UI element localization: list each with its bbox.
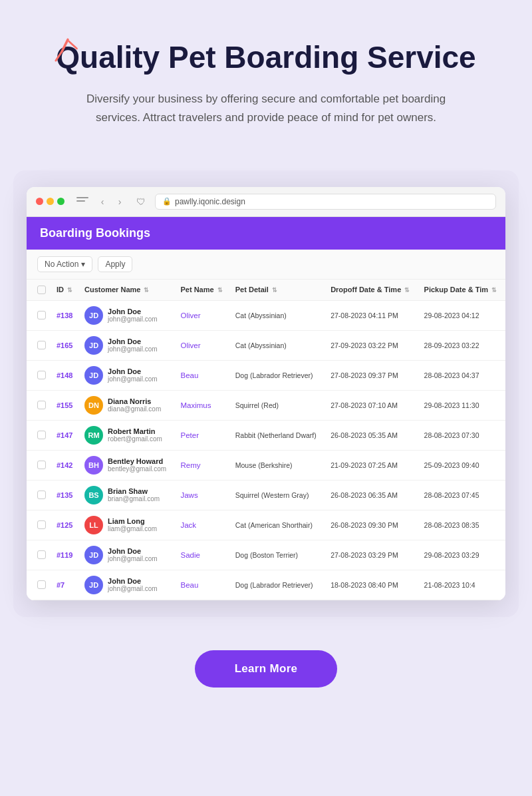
cell-pickup-date: 21-08-2023 10:4 <box>419 570 505 600</box>
cell-pickup-date: 25-09-2023 09:40 <box>419 450 505 480</box>
row-checkbox[interactable] <box>37 341 46 349</box>
close-dot[interactable] <box>36 198 43 205</box>
browser-dots <box>36 198 65 205</box>
row-checkbox[interactable] <box>37 431 46 439</box>
th-customer[interactable]: Customer Name ⇅ <box>79 280 175 301</box>
row-checkbox[interactable] <box>37 371 46 379</box>
svg-line-1 <box>56 52 62 61</box>
table-controls: No Action ▾ Apply <box>27 250 505 280</box>
cell-pickup-date: 28-08-2023 07:30 <box>419 420 505 450</box>
sort-icon: ⇅ <box>67 287 72 294</box>
back-arrow-icon[interactable]: ‹ <box>95 194 110 209</box>
table-row: #125 LL Liam Long liam@gmail.com Jack Ca… <box>27 510 505 540</box>
no-action-button[interactable]: No Action ▾ <box>37 256 92 272</box>
cell-checkbox <box>27 420 51 450</box>
cell-id: #147 <box>51 420 79 450</box>
header-section: Quality Pet Boarding Service Diversify y… <box>0 0 532 147</box>
customer-info: John Doe john@gmail.com <box>108 367 158 383</box>
pet-name-link[interactable]: Maximus <box>180 401 211 409</box>
cell-pet-detail: Dog (Boston Terrier) <box>230 540 325 570</box>
cell-pet-detail: Squirrel (Western Gray) <box>230 480 325 510</box>
booking-id-link[interactable]: #138 <box>57 311 72 319</box>
cell-pickup-date: 29-08-2023 03:29 <box>419 540 505 570</box>
cell-pet-name: Beau <box>175 570 229 600</box>
avatar: BS <box>84 486 103 504</box>
apply-button[interactable]: Apply <box>98 256 132 272</box>
booking-id-link[interactable]: #7 <box>57 581 65 589</box>
cell-checkbox <box>27 360 51 390</box>
pet-name-link[interactable]: Beau <box>180 371 198 379</box>
pet-name-link[interactable]: Sadie <box>180 551 200 559</box>
cell-pet-detail: Cat (Abyssinian) <box>230 330 325 360</box>
cell-customer: JD John Doe john@gmail.com <box>79 540 175 570</box>
row-checkbox[interactable] <box>37 550 46 559</box>
booking-id-link[interactable]: #148 <box>57 371 72 379</box>
browser-container: ‹ › 🛡 🔒 pawlly.iqonic.design Boarding Bo… <box>13 170 519 617</box>
customer-email: john@gmail.com <box>108 315 158 323</box>
cell-customer: DN Diana Norris diana@gmail.com <box>79 390 175 420</box>
table-row: #119 JD John Doe john@gmail.com Sadie Do… <box>27 540 505 570</box>
avatar: JD <box>84 546 103 564</box>
avatar: JD <box>84 576 103 594</box>
booking-id-link[interactable]: #147 <box>57 431 72 439</box>
booking-id-link[interactable]: #119 <box>57 551 72 559</box>
row-checkbox[interactable] <box>37 311 46 319</box>
customer-name: John Doe <box>108 577 158 585</box>
cell-dropoff-date: 27-08-2023 07:10 AM <box>325 390 418 420</box>
cell-pet-name: Oliver <box>175 300 229 330</box>
bookings-table: ID ⇅ Customer Name ⇅ Pet Name ⇅ Pet Deta… <box>27 280 505 600</box>
th-pet-detail[interactable]: Pet Detail ⇅ <box>230 280 325 301</box>
pet-name-link[interactable]: Peter <box>180 431 199 439</box>
learn-more-button[interactable]: Learn More <box>195 650 338 688</box>
customer-name: John Doe <box>108 547 158 555</box>
booking-id-link[interactable]: #125 <box>57 521 72 529</box>
pet-name-link[interactable]: Remy <box>180 461 200 469</box>
cell-id: #138 <box>51 300 79 330</box>
row-checkbox[interactable] <box>37 520 46 529</box>
pet-name-link[interactable]: Oliver <box>180 341 200 349</box>
sort-icon: ⇅ <box>404 287 410 294</box>
booking-id-link[interactable]: #135 <box>57 491 72 499</box>
cell-pet-name: Sadie <box>175 540 229 570</box>
th-id[interactable]: ID ⇅ <box>51 280 79 301</box>
cell-dropoff-date: 27-08-2023 09:37 PM <box>325 360 418 390</box>
th-dropoff[interactable]: Dropoff Date & Time ⇅ <box>325 280 418 301</box>
booking-id-link[interactable]: #155 <box>57 401 72 409</box>
pet-name-link[interactable]: Jack <box>180 521 196 529</box>
avatar: BH <box>84 456 103 475</box>
cell-pet-name: Jack <box>175 510 229 540</box>
customer-info: John Doe john@gmail.com <box>108 307 158 323</box>
maximize-dot[interactable] <box>57 198 65 205</box>
row-checkbox[interactable] <box>37 580 46 589</box>
cell-dropoff-date: 26-08-2023 06:35 AM <box>325 480 418 510</box>
row-checkbox[interactable] <box>37 461 46 469</box>
url-text: pawlly.iqonic.design <box>175 197 245 206</box>
th-pet-name[interactable]: Pet Name ⇅ <box>175 280 229 301</box>
cell-checkbox <box>27 330 51 360</box>
cell-checkbox <box>27 480 51 510</box>
cell-customer: BH Bentley Howard bentley@gmail.com <box>79 450 175 480</box>
header-checkbox[interactable] <box>37 286 46 294</box>
avatar: DN <box>84 396 103 415</box>
pet-name-link[interactable]: Beau <box>180 581 198 589</box>
th-pickup[interactable]: Pickup Date & Tim ⇅ <box>419 280 505 301</box>
customer-email: diana@gmail.com <box>108 405 161 413</box>
pet-name-link[interactable]: Oliver <box>180 311 200 319</box>
cell-dropoff-date: 27-09-2023 03:22 PM <box>325 330 418 360</box>
url-bar[interactable]: 🔒 pawlly.iqonic.design <box>155 194 496 210</box>
forward-arrow-icon[interactable]: › <box>112 194 127 209</box>
cell-id: #165 <box>51 330 79 360</box>
booking-id-link[interactable]: #165 <box>57 341 72 349</box>
cell-customer: JD John Doe john@gmail.com <box>79 360 175 390</box>
booking-id-link[interactable]: #142 <box>57 461 72 469</box>
pet-name-link[interactable]: Jaws <box>180 491 198 499</box>
row-checkbox[interactable] <box>37 401 46 409</box>
minimize-dot[interactable] <box>47 198 54 205</box>
table-wrapper: ID ⇅ Customer Name ⇅ Pet Name ⇅ Pet Deta… <box>27 280 505 600</box>
avatar: JD <box>84 336 103 355</box>
row-checkbox[interactable] <box>37 491 46 499</box>
avatar: JD <box>84 306 103 325</box>
cell-pickup-date: 28-08-2023 08:35 <box>419 510 505 540</box>
customer-email: robert@gmail.com <box>108 435 162 443</box>
customer-email: john@gmail.com <box>108 375 158 383</box>
